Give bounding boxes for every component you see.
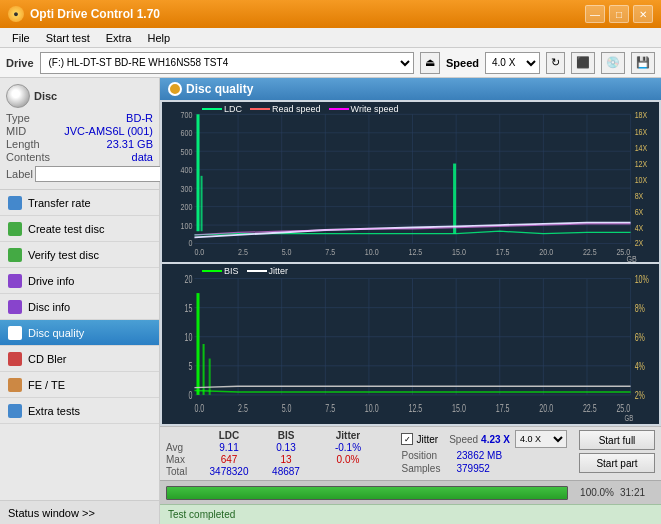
chart1-svg: 700 600 500 400 300 200 100 0 18X 16X 14…: [162, 102, 659, 262]
read-speed-legend-color: [250, 108, 270, 110]
jitter-legend-color: [247, 270, 267, 272]
position-label: Position: [401, 450, 453, 461]
speed-select[interactable]: 4.0 X: [485, 52, 540, 74]
svg-rect-91: [209, 359, 211, 395]
svg-text:4%: 4%: [635, 361, 645, 373]
drive-action-button1[interactable]: ⬛: [571, 52, 595, 74]
svg-text:10.0: 10.0: [365, 247, 379, 257]
menu-extra[interactable]: Extra: [98, 31, 140, 45]
stat-jitter-header: Jitter: [322, 430, 374, 441]
svg-text:400: 400: [181, 166, 193, 176]
svg-text:2%: 2%: [635, 390, 645, 402]
svg-text:2.5: 2.5: [238, 247, 248, 257]
jitter-legend-label: Jitter: [269, 266, 289, 276]
progress-bar-inner: [167, 487, 567, 499]
max-ldc: 647: [198, 454, 260, 465]
sidebar-item-fe-te-label: FE / TE: [28, 379, 65, 391]
sidebar-item-disc-quality-label: Disc quality: [28, 327, 84, 339]
charts-area: LDC Read speed Write speed: [160, 100, 661, 426]
svg-text:20: 20: [185, 274, 193, 286]
avg-ldc: 9.11: [198, 442, 260, 453]
sidebar-item-verify-test-disc-label: Verify test disc: [28, 249, 99, 261]
disc-length-value: 23.31 GB: [107, 138, 153, 150]
svg-text:4X: 4X: [635, 224, 644, 234]
sidebar-item-transfer-rate[interactable]: Transfer rate: [0, 190, 159, 216]
sidebar-item-cd-bler[interactable]: CD Bler: [0, 346, 159, 372]
jitter-check-label: Jitter: [416, 434, 438, 445]
sidebar-item-disc-info[interactable]: Disc info: [0, 294, 159, 320]
svg-text:14X: 14X: [635, 144, 648, 154]
sidebar-item-disc-quality[interactable]: Disc quality: [0, 320, 159, 346]
menu-bar: File Start test Extra Help: [0, 28, 661, 48]
svg-text:GB: GB: [625, 413, 634, 423]
drive-select[interactable]: (F:) HL-DT-ST BD-RE WH16NS58 TST4: [40, 52, 414, 74]
sidebar-item-drive-info[interactable]: Drive info: [0, 268, 159, 294]
svg-text:600: 600: [181, 129, 193, 139]
svg-text:12.5: 12.5: [408, 247, 422, 257]
disc-quality-header: Disc quality: [160, 78, 661, 100]
start-part-button[interactable]: Start part: [579, 453, 655, 473]
menu-file[interactable]: File: [4, 31, 38, 45]
disc-mid-value: JVC-AMS6L (001): [64, 125, 153, 137]
ldc-legend-color: [202, 108, 222, 110]
samples-label: Samples: [401, 463, 453, 474]
disc-contents-value: data: [132, 151, 153, 163]
menu-help[interactable]: Help: [139, 31, 178, 45]
menu-start-test[interactable]: Start test: [38, 31, 98, 45]
svg-text:6%: 6%: [635, 332, 645, 344]
drive-action-button2[interactable]: 💿: [601, 52, 625, 74]
progress-time: 31:21: [620, 487, 655, 498]
sidebar-item-create-test-disc[interactable]: Create test disc: [0, 216, 159, 242]
svg-text:0.0: 0.0: [194, 403, 204, 415]
disc-label-input[interactable]: [35, 166, 168, 182]
position-value: 23862 MB: [456, 450, 502, 461]
svg-text:GB: GB: [627, 254, 637, 262]
total-bis: 48687: [260, 466, 312, 477]
disc-section-label: Disc: [34, 90, 57, 102]
speed-refresh-button[interactable]: ↻: [546, 52, 565, 74]
app-icon: ●: [8, 6, 24, 22]
speed-stat-value: 4.23 X: [481, 434, 510, 445]
bis-legend-label: BIS: [224, 266, 239, 276]
svg-text:0: 0: [188, 238, 192, 248]
disc-quality-icon: [8, 326, 22, 340]
svg-text:2.5: 2.5: [238, 403, 248, 415]
eject-button[interactable]: ⏏: [420, 52, 440, 74]
sidebar-item-fe-te[interactable]: FE / TE: [0, 372, 159, 398]
stats-table: LDC BIS Jitter Avg 9.11 0.13 -0.1%: [166, 430, 395, 477]
svg-text:20.0: 20.0: [539, 403, 553, 415]
svg-rect-48: [196, 114, 199, 231]
svg-text:200: 200: [181, 203, 193, 213]
sidebar-item-extra-tests[interactable]: Extra tests: [0, 398, 159, 424]
svg-text:18X: 18X: [635, 110, 648, 120]
svg-text:22.5: 22.5: [583, 247, 597, 257]
stat-bis-header: BIS: [260, 430, 312, 441]
avg-jitter: -0.1%: [322, 442, 374, 453]
sidebar-item-verify-test-disc[interactable]: Verify test disc: [0, 242, 159, 268]
sidebar: Disc Type BD-R MID JVC-AMS6L (001) Lengt…: [0, 78, 160, 524]
sidebar-item-extra-tests-label: Extra tests: [28, 405, 80, 417]
start-buttons-area: Start full Start part: [579, 430, 655, 473]
create-test-disc-icon: [8, 222, 22, 236]
svg-rect-51: [162, 264, 659, 424]
status-window-button[interactable]: Status window >>: [0, 500, 159, 524]
sidebar-item-create-test-disc-label: Create test disc: [28, 223, 104, 235]
title-bar: ● Opti Drive Control 1.70 — □ ✕: [0, 0, 661, 28]
disc-mid-label: MID: [6, 125, 26, 137]
svg-text:700: 700: [181, 110, 193, 120]
svg-text:15: 15: [185, 303, 193, 315]
max-jitter: 0.0%: [322, 454, 374, 465]
minimize-button[interactable]: —: [585, 5, 605, 23]
app-title: Opti Drive Control 1.70: [30, 7, 160, 21]
total-label: Total: [166, 466, 198, 477]
right-panel: Disc quality LDC Read speed Wr: [160, 78, 661, 524]
drive-save-button[interactable]: 💾: [631, 52, 655, 74]
close-button[interactable]: ✕: [633, 5, 653, 23]
samples-value: 379952: [456, 463, 489, 474]
speed-dropdown[interactable]: 4.0 X: [515, 430, 567, 448]
jitter-checkbox[interactable]: ✓: [401, 433, 413, 445]
start-full-button[interactable]: Start full: [579, 430, 655, 450]
maximize-button[interactable]: □: [609, 5, 629, 23]
svg-text:15.0: 15.0: [452, 247, 466, 257]
cd-bler-icon: [8, 352, 22, 366]
